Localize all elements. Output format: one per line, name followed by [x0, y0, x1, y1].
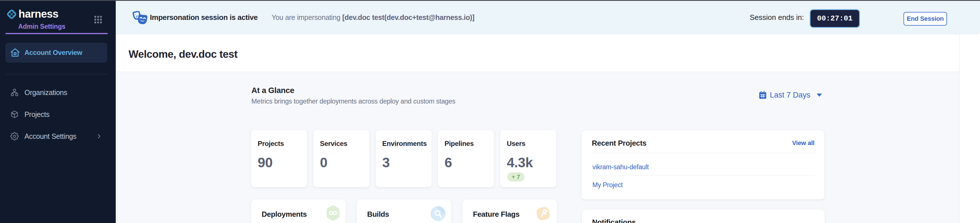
impersonation-banner: Impersonation session is active You are …: [116, 1, 980, 34]
module-label: Builds: [367, 210, 389, 219]
metric-value: 3: [382, 155, 390, 170]
brand-name: harness: [19, 8, 58, 20]
metric-label: Projects: [258, 140, 284, 148]
divider: [592, 175, 815, 175]
metric-card-users[interactable]: Users 4.3k + 7: [500, 130, 556, 187]
chevron-down-icon: [817, 94, 822, 97]
app-grid-icon[interactable]: [94, 15, 102, 24]
project-link[interactable]: vikram-sahu-default: [592, 163, 649, 171]
session-timer-value: 00:27:01: [810, 10, 859, 27]
view-all-link[interactable]: View all: [792, 139, 815, 147]
at-a-glance-title: At a Glance: [251, 86, 294, 95]
builds-icon: [431, 206, 445, 221]
at-a-glance-subtitle: Metrics brings together deployments acro…: [251, 97, 455, 105]
sidebar: harness Admin Settings Account Overview …: [0, 1, 116, 223]
calendar-icon: [759, 91, 767, 100]
chevron-right-icon: [96, 133, 102, 139]
module-label: Feature Flags: [473, 210, 520, 219]
recent-projects-title: Recent Projects: [592, 139, 646, 148]
sidebar-item-account-settings[interactable]: Account Settings: [5, 128, 107, 144]
harness-logo-icon: [6, 8, 18, 20]
module-card-deployments[interactable]: Deployments: [251, 199, 346, 223]
deployments-icon: [326, 205, 340, 221]
sidebar-item-label: Account Settings: [24, 128, 76, 144]
project-link[interactable]: My Project: [592, 181, 623, 189]
session-ends-label: Session ends in:: [749, 1, 804, 34]
window-top-edge: [0, 0, 980, 1]
metric-card-environments[interactable]: Environments 3: [375, 130, 432, 187]
metric-delta-badge: + 7: [508, 172, 524, 182]
end-session-button[interactable]: End Session: [904, 12, 947, 25]
sidebar-subtitle: Admin Settings: [18, 23, 65, 30]
sidebar-divider: [5, 74, 108, 74]
theater-masks-icon: [132, 11, 147, 25]
metric-value: 0: [320, 155, 327, 170]
notifications-panel: Notifications: [582, 210, 825, 223]
metric-value: 4.3k: [507, 155, 533, 170]
banner-subtitle: You are impersonating [dev.doc test(dev.…: [272, 1, 474, 34]
sidebar-item-label: Organizations: [24, 84, 67, 100]
banner-subtitle-target: [dev.doc test(dev.doc+test@harness.io)]: [342, 13, 475, 21]
date-range-label: Last 7 Days: [770, 91, 810, 100]
scrollbar-gutter[interactable]: [959, 34, 980, 223]
date-range-dropdown[interactable]: Last 7 Days: [759, 89, 822, 101]
projects-cube-icon: [10, 110, 19, 119]
session-timer: 00:27:01: [810, 9, 860, 28]
metric-value: 90: [258, 155, 272, 170]
gear-icon: [10, 132, 19, 140]
metric-label: Services: [320, 140, 347, 148]
home-icon: [10, 48, 20, 58]
module-card-builds[interactable]: Builds: [356, 199, 451, 223]
sidebar-accent-divider: [5, 33, 108, 34]
metric-card-projects[interactable]: Projects 90: [251, 130, 307, 187]
sidebar-item-account-overview[interactable]: Account Overview: [5, 43, 107, 62]
module-label: Deployments: [262, 210, 307, 219]
metric-card-pipelines[interactable]: Pipelines 6: [438, 130, 494, 187]
banner-subtitle-prefix: You are impersonating: [272, 13, 342, 21]
page-title: Welcome, dev.doc test: [129, 48, 237, 60]
banner-title: Impersonation session is active: [150, 1, 258, 34]
metric-card-services[interactable]: Services 0: [313, 130, 369, 187]
recent-projects-panel: Recent Projects View all vikram-sahu-def…: [582, 130, 824, 199]
metric-value: 6: [444, 155, 452, 170]
sidebar-item-organizations[interactable]: Organizations: [5, 84, 107, 100]
divider: [592, 153, 815, 153]
module-card-feature-flags[interactable]: Feature Flags: [462, 199, 557, 223]
sidebar-item-label: Projects: [24, 107, 49, 122]
welcome-header: [116, 34, 980, 72]
metric-label: Pipelines: [444, 140, 474, 148]
sidebar-item-label: Account Overview: [24, 43, 82, 62]
notifications-title: Notifications: [592, 218, 636, 223]
metric-label: Users: [507, 140, 525, 148]
metric-label: Environments: [382, 140, 426, 148]
organizations-icon: [10, 88, 19, 97]
feature-flags-icon: [535, 205, 551, 222]
sidebar-item-projects[interactable]: Projects: [5, 107, 107, 122]
welcome-divider: [116, 72, 959, 72]
